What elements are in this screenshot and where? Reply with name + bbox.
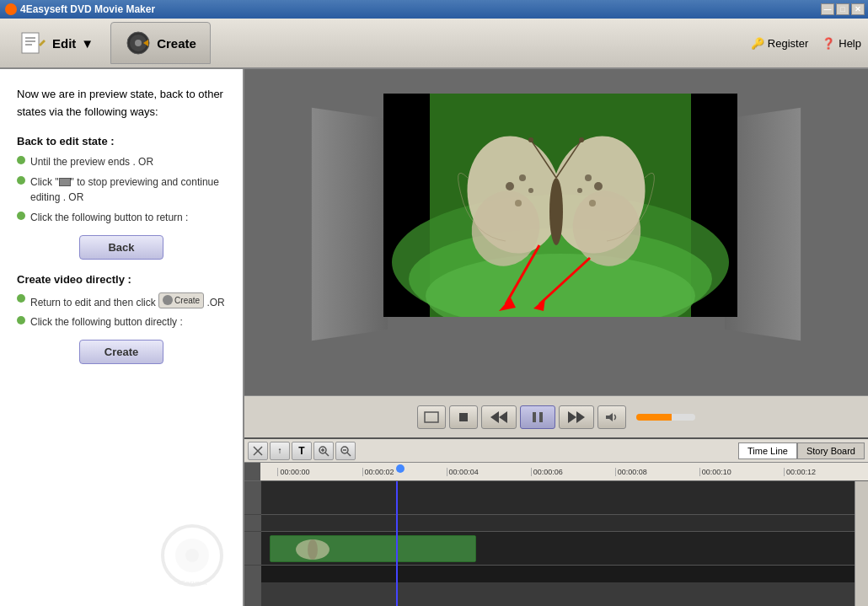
titlebar-controls[interactable]: — □ ✕ — [821, 3, 865, 15]
cut-icon — [252, 445, 264, 457]
zoom-in-icon — [318, 445, 330, 457]
track-label-3 — [244, 532, 261, 566]
track-row-2 — [261, 515, 855, 532]
app-logo — [5, 3, 17, 15]
svg-marker-42 — [490, 411, 499, 423]
track-label-4 — [244, 566, 261, 582]
zoom-in-button[interactable] — [313, 442, 334, 460]
controls-bar — [244, 395, 868, 437]
ruler-mark-5: 00:00:10 — [699, 468, 784, 476]
preview-screen — [383, 94, 737, 317]
forward-icon — [568, 411, 585, 423]
ruler-mark-2: 00:00:04 — [447, 468, 531, 476]
create-section-title: Create video directly : — [17, 273, 226, 286]
ruler-mark-6: 00:00:12 — [784, 468, 868, 476]
minimize-button[interactable]: — — [821, 3, 834, 15]
bullet-5: Click the following button directly : — [17, 314, 226, 330]
bullet-text-5: Click the following button directly : — [30, 314, 183, 330]
zoom-out-button[interactable] — [335, 442, 356, 460]
maximize-button[interactable]: □ — [836, 3, 849, 15]
titlebar-left: 4Easyseft DVD Movie Maker — [5, 3, 155, 15]
svg-point-59 — [308, 539, 318, 560]
create-button[interactable]: Create — [79, 340, 163, 364]
help-button[interactable]: ❓ Help — [822, 37, 861, 50]
left-panel: Now we are in preview state, back to oth… — [0, 69, 244, 606]
forward-button[interactable] — [559, 405, 594, 429]
menubar: Edit ▼ Create 🔑 Register ❓ Help — [0, 19, 868, 69]
bullet-dot-3 — [17, 212, 25, 220]
timeline-section: ↑ T — [244, 437, 868, 606]
register-button[interactable]: 🔑 Register — [751, 37, 808, 50]
svg-point-22 — [506, 182, 514, 190]
titlebar: 4Easyseft DVD Movie Maker — □ ✕ — [0, 0, 868, 19]
back-section-title: Back to edit state : — [17, 135, 226, 147]
svg-point-29 — [589, 200, 596, 206]
timeline-scrollbar[interactable] — [855, 481, 868, 606]
bullet-4: Return to edit and then click Create .OR — [17, 292, 226, 310]
svg-marker-45 — [568, 411, 576, 423]
ruler-mark-3: 00:00:06 — [531, 468, 615, 476]
timeline-tabs: Time Line Story Board — [738, 442, 865, 459]
rewind-button[interactable] — [481, 405, 517, 429]
volume-control[interactable] — [633, 414, 695, 421]
tab-edit[interactable]: Edit ▼ — [7, 23, 107, 63]
ruler-mark-0: 00:00:00 — [277, 468, 362, 476]
move-up-button[interactable]: ↑ — [270, 442, 290, 460]
bullet-dot-5 — [17, 316, 25, 324]
left-3d-panel — [312, 107, 388, 340]
bullet-dot-2 — [17, 176, 25, 185]
volume-button[interactable] — [597, 405, 626, 429]
back-button[interactable]: Back — [79, 235, 163, 260]
svg-point-33 — [528, 137, 533, 142]
intro-text: Now we are in preview state, back to oth… — [17, 86, 226, 121]
svg-text:4Easysoft: 4Easysoft — [177, 579, 207, 587]
tab-storyboard[interactable]: Story Board — [797, 442, 865, 459]
svg-rect-39 — [425, 412, 438, 422]
video-track — [261, 532, 855, 566]
bullet-text-4: Return to edit and then click Create .OR — [30, 292, 225, 310]
tracks-area — [261, 481, 855, 606]
main-layout: Now we are in preview state, back to oth… — [0, 69, 868, 606]
create-label: Create — [157, 36, 196, 51]
edit-icon — [20, 29, 47, 56]
tab-timeline[interactable]: Time Line — [738, 442, 797, 459]
ruler-gutter — [244, 463, 260, 480]
watermark-logo: 4Easysoft — [158, 522, 226, 589]
cut-tool-button[interactable] — [248, 442, 268, 460]
stop-button[interactable] — [449, 405, 478, 429]
svg-point-34 — [579, 137, 584, 142]
clip-thumbnail — [271, 536, 476, 562]
bullet-1: Until the preview ends . OR — [17, 154, 226, 169]
svg-point-11 — [185, 549, 199, 562]
help-icon: ❓ — [822, 37, 835, 50]
video-clip[interactable] — [270, 535, 476, 562]
stop-icon — [458, 412, 469, 422]
track-label-2 — [244, 515, 261, 532]
svg-line-56 — [347, 453, 351, 456]
tab-create[interactable]: Create — [110, 22, 211, 64]
pause-icon — [531, 411, 544, 423]
ruler-mark-4: 00:00:08 — [615, 468, 699, 476]
pause-button[interactable] — [520, 405, 555, 429]
text-tool-button[interactable]: T — [292, 442, 312, 460]
volume-slider[interactable] — [636, 414, 695, 421]
svg-point-27 — [577, 188, 582, 193]
preview-3d-wrapper — [312, 94, 801, 372]
preview-area — [244, 69, 868, 395]
dropdown-arrow: ▼ — [81, 36, 94, 51]
bullet-text-3: Click the following button to return : — [30, 210, 188, 225]
rewind-icon — [490, 411, 507, 423]
track-row-4 — [261, 566, 855, 582]
right-panel: ↑ T — [244, 69, 868, 606]
edit-label: Edit — [52, 36, 76, 51]
track-row-1 — [261, 481, 855, 515]
key-icon: 🔑 — [751, 37, 764, 50]
svg-point-30 — [549, 178, 563, 245]
aspect-ratio-button[interactable] — [417, 405, 446, 429]
close-button[interactable]: ✕ — [851, 3, 865, 15]
svg-marker-46 — [576, 411, 585, 423]
playhead-marker[interactable] — [396, 463, 405, 481]
create-icon — [125, 29, 152, 56]
timeline-content — [244, 481, 868, 606]
bullet-2: Click "" to stop previewing and continue… — [17, 174, 226, 205]
